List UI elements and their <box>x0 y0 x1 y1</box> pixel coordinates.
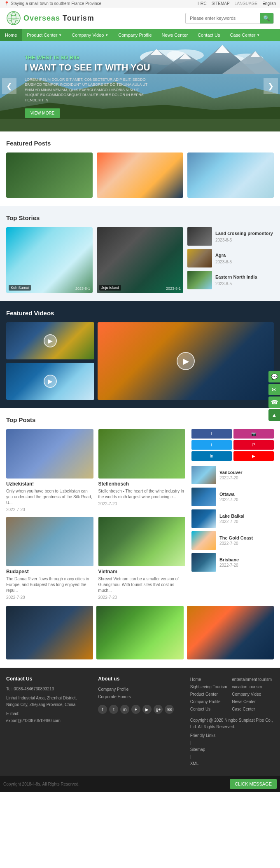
footer-youtube-icon[interactable]: ▶ <box>142 705 152 714</box>
sidebar-post-vancouver[interactable]: Vancouver 2022-7-20 <box>191 466 274 484</box>
story-list-title-2: Agra <box>215 252 274 258</box>
footer-rss-icon[interactable]: rss <box>165 705 174 714</box>
footer-bottom: Copyright 2018-li-8s, All Rights Reserve… <box>0 776 280 792</box>
nav-case-center[interactable]: Case Center ▼ <box>225 29 265 41</box>
social-instagram-button[interactable]: 📷 <box>233 429 274 439</box>
bottom-image-3[interactable] <box>187 606 274 659</box>
social-twitter-button[interactable]: t <box>191 440 232 450</box>
social-youtube-button[interactable]: ▶ <box>233 451 274 461</box>
story-list-item-1[interactable]: Land crossing promontory 2023-8-5 <box>187 227 274 246</box>
footer-contact-title: Contact Us <box>6 676 90 682</box>
social-linkedin-button[interactable]: in <box>191 451 232 461</box>
hero-prev-button[interactable]: ❮ <box>2 78 16 94</box>
footer-google-icon[interactable]: g+ <box>154 705 163 714</box>
footer-link-vacation[interactable]: vacation tourism <box>232 683 274 691</box>
sitemap-link[interactable]: SITEMAP <box>212 1 230 6</box>
footer-twitter-icon[interactable]: t <box>109 705 118 714</box>
sidebar-ottawa-date: 2022-7-20 <box>219 497 274 502</box>
footer-links-col2: entertainment tourism vacation tourism C… <box>232 676 274 713</box>
footer-link-contact[interactable]: Contact Us <box>190 706 232 713</box>
nav-contact-us[interactable]: Contact Us <box>193 29 225 41</box>
sidebar-post-goldcoast[interactable]: The Gold Coast 2022-7-20 <box>191 531 274 550</box>
footer-link-home[interactable]: Home <box>190 676 232 683</box>
featured-posts-grid <box>6 152 274 198</box>
video-large[interactable]: ▶ <box>98 322 274 400</box>
post-uzbekistan-desc: Only when you have been to Uzbekistan ca… <box>6 488 93 506</box>
footer-pinterest-icon[interactable]: P <box>131 705 140 714</box>
social-facebook-button[interactable]: f <box>191 429 232 439</box>
language-label: LANGUAGE <box>235 1 258 6</box>
nav-company-profile[interactable]: Company Profile <box>113 29 156 41</box>
featured-post-3[interactable] <box>187 152 274 198</box>
sidebar-baikal-title: Lake Baikal <box>219 514 274 518</box>
bottom-image-2[interactable] <box>96 606 183 659</box>
hero-next-button[interactable]: ❯ <box>264 78 278 94</box>
hero-cta-button[interactable]: VIEW MORE <box>25 108 60 118</box>
float-phone-button[interactable]: ☎ <box>268 396 280 408</box>
story-label-koh-samui: Koh Samui <box>9 285 31 291</box>
social-pinterest-button[interactable]: P <box>233 440 274 450</box>
click-message-button[interactable]: CLICK MESSAGE <box>230 779 277 789</box>
sidebar-post-brisbane[interactable]: Brisbane 2022-7-20 <box>191 553 274 572</box>
footer-friendly-links[interactable]: Friendly Links <box>190 732 274 739</box>
post-vietnam[interactable]: Vietnam Shrewd Vietnam can be a smaller … <box>98 517 186 600</box>
footer-facebook-icon[interactable]: f <box>98 705 107 714</box>
story-list-item-2[interactable]: Agra 2023-8-5 <box>187 249 274 267</box>
story-date-jeju: 2023-8-1 <box>166 286 181 291</box>
float-top-button[interactable]: ▲ <box>268 409 280 421</box>
featured-post-2[interactable] <box>97 152 183 198</box>
story-koh-samui[interactable]: Koh Samui 2023-8-1 <box>6 227 93 293</box>
footer-linkedin-icon[interactable]: in <box>120 705 129 714</box>
featured-videos-title: Featured Videos <box>6 310 274 317</box>
tel-value: 0086-4846730893213 <box>14 687 54 691</box>
language-value[interactable]: English <box>262 1 276 6</box>
footer-link-video[interactable]: Company Video <box>232 691 274 698</box>
search-button[interactable]: 🔍 <box>260 13 273 23</box>
logo[interactable]: Overseas Tourism <box>6 11 94 26</box>
tel-label: Tel: <box>6 687 13 691</box>
video-thumb-1[interactable]: ▶ <box>6 322 94 359</box>
main-posts-grid: Uzbekistan! Only when you have been to U… <box>6 429 185 600</box>
chevron-down-icon: ▼ <box>105 33 108 37</box>
post-vietnam-date: 2022-7-20 <box>98 595 186 600</box>
nav-company-video[interactable]: Company Video ▼ <box>67 29 113 41</box>
float-email-button[interactable]: ✉ <box>268 384 280 395</box>
social-buttons-grid: f 📷 t P in ▶ <box>191 429 274 461</box>
nav-home[interactable]: Home <box>0 29 22 41</box>
story-jeju[interactable]: Jeju Island 2023-8-1 <box>97 227 183 293</box>
play-icon-large: ▶ <box>177 352 195 370</box>
footer-xml[interactable]: XML <box>190 760 274 767</box>
bottom-images-grid <box>6 606 274 659</box>
logo-icon <box>6 11 21 26</box>
featured-post-1[interactable] <box>6 152 93 198</box>
float-chat-button[interactable]: 💬 <box>268 371 280 382</box>
top-bar-links: HRC SITEMAP LANGUAGE English <box>198 1 276 6</box>
hrc-link[interactable]: HRC <box>198 1 207 6</box>
footer-corporate-honors-link[interactable]: Corporate Honors <box>98 693 182 701</box>
footer-link-news[interactable]: News Center <box>232 698 274 706</box>
post-stellenbosch[interactable]: Stellenbosch Stellenbosch - The heart of… <box>98 429 186 512</box>
search-input[interactable] <box>186 14 260 23</box>
top-stories-title: Top Stories <box>6 214 274 221</box>
footer-link-sightseeing[interactable]: Sightseeing Tourism <box>190 683 232 691</box>
footer-link-product[interactable]: Product Center <box>190 691 232 698</box>
email-link[interactable]: export@7130870519480.com <box>6 717 90 725</box>
footer-link-profile[interactable]: Company Profile <box>190 698 232 706</box>
footer-company-profile-link[interactable]: Company Profile <box>98 686 182 693</box>
story-list-item-3[interactable]: Eastern North India 2023-8-5 <box>187 271 274 289</box>
nav-news-center[interactable]: News Center <box>157 29 193 41</box>
search-box[interactable]: 🔍 <box>185 13 274 24</box>
sidebar-post-ottawa[interactable]: Ottawa 2022-7-20 <box>191 488 274 506</box>
footer-link-entertainment[interactable]: entertainment tourism <box>232 676 274 683</box>
post-uzbekistan[interactable]: Uzbekistan! Only when you have been to U… <box>6 429 93 512</box>
sidebar-post-baikal[interactable]: Lake Baikal 2022-7-20 <box>191 509 274 528</box>
video-thumb-2[interactable]: ▶ <box>6 363 94 400</box>
nav-product-center[interactable]: Product Center ▼ <box>22 29 67 41</box>
sidebar-posts-list: Vancouver 2022-7-20 Ottawa 2022-7-20 Lak… <box>191 466 274 572</box>
post-budapest[interactable]: Budapest The Danua River flows through m… <box>6 517 93 600</box>
bottom-image-1[interactable] <box>6 606 93 659</box>
top-posts-section: Top Posts Uzbekistan! Only when you have… <box>0 408 280 668</box>
footer-link-case[interactable]: Case Center <box>232 706 274 713</box>
footer-links: Home Sightseeing Tourism Product Center … <box>190 676 274 767</box>
footer-sitemap[interactable]: Sitemap <box>190 746 274 753</box>
